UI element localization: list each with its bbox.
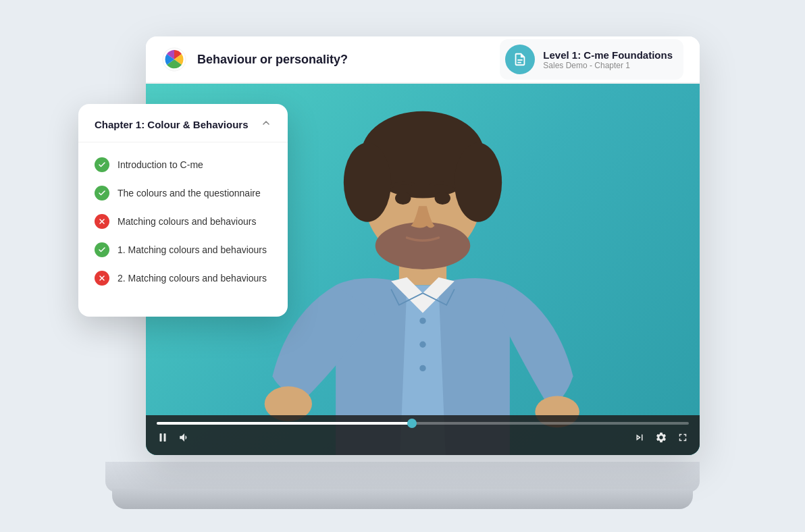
book-icon-circle bbox=[505, 45, 535, 74]
status-complete-icon bbox=[95, 186, 109, 201]
fullscreen-button[interactable] bbox=[677, 431, 689, 447]
svg-point-6 bbox=[375, 222, 471, 269]
progress-bar[interactable] bbox=[157, 422, 689, 425]
svg-rect-15 bbox=[164, 433, 166, 442]
list-item[interactable]: 1. Matching colours and behaviours bbox=[78, 236, 288, 264]
progress-fill bbox=[157, 422, 412, 425]
controls-right bbox=[633, 431, 689, 447]
progress-thumb bbox=[407, 419, 417, 428]
svg-point-5 bbox=[455, 143, 502, 222]
controls-left bbox=[157, 431, 190, 447]
device-chrome bbox=[105, 462, 700, 492]
chapter-title: Chapter 1: Colour & Behaviours bbox=[95, 119, 249, 130]
settings-button[interactable] bbox=[655, 431, 667, 447]
status-error-icon bbox=[95, 214, 109, 229]
page-title: Behaviour or personality? bbox=[197, 53, 489, 67]
list-item[interactable]: Matching colours and behaviours bbox=[78, 207, 288, 236]
chapter-header: Chapter 1: Colour & Behaviours bbox=[78, 104, 288, 142]
svg-point-4 bbox=[344, 143, 391, 222]
skip-button[interactable] bbox=[633, 431, 646, 447]
list-item[interactable]: The colours and the questionnaire bbox=[78, 179, 288, 207]
video-controls bbox=[146, 415, 700, 455]
chapter-panel: Chapter 1: Colour & Behaviours Introduct… bbox=[78, 104, 288, 317]
level-title: Level 1: C-me Foundations bbox=[543, 49, 673, 61]
pause-button[interactable] bbox=[157, 431, 169, 447]
level-badge: Level 1: C-me Foundations Sales Demo - C… bbox=[500, 39, 683, 80]
svg-rect-14 bbox=[160, 433, 162, 442]
volume-button[interactable] bbox=[178, 431, 190, 447]
status-complete-icon bbox=[95, 157, 109, 172]
chapter-item-label: 2. Matching colours and behaviours bbox=[118, 273, 267, 284]
svg-point-10 bbox=[435, 192, 450, 205]
app-logo bbox=[162, 47, 186, 72]
svg-point-13 bbox=[419, 365, 425, 371]
chapter-items-list: Introduction to C-me The colours and the… bbox=[78, 142, 288, 300]
chapter-item-label: The colours and the questionnaire bbox=[118, 188, 261, 198]
chapter-item-label: Introduction to C-me bbox=[118, 159, 203, 170]
chapter-item-label: Matching colours and behaviours bbox=[118, 216, 256, 227]
list-item[interactable]: Introduction to C-me bbox=[78, 151, 288, 179]
device-shadow bbox=[112, 489, 693, 509]
chapter-item-label: 1. Matching colours and behaviours bbox=[118, 244, 267, 255]
controls-row bbox=[157, 431, 689, 447]
level-subtitle: Sales Demo - Chapter 1 bbox=[543, 61, 673, 70]
svg-point-12 bbox=[419, 342, 425, 348]
svg-point-11 bbox=[419, 317, 425, 323]
status-error-icon bbox=[95, 271, 109, 286]
level-info: Level 1: C-me Foundations Sales Demo - C… bbox=[543, 49, 673, 70]
list-item[interactable]: 2. Matching colours and behaviours bbox=[78, 264, 288, 292]
status-complete-icon bbox=[95, 242, 109, 257]
app-header: Behaviour or personality? Level 1: C-me … bbox=[146, 36, 700, 84]
chevron-up-icon[interactable] bbox=[261, 117, 271, 131]
scene: Behaviour or personality? Level 1: C-me … bbox=[78, 23, 727, 509]
svg-point-9 bbox=[395, 192, 411, 205]
